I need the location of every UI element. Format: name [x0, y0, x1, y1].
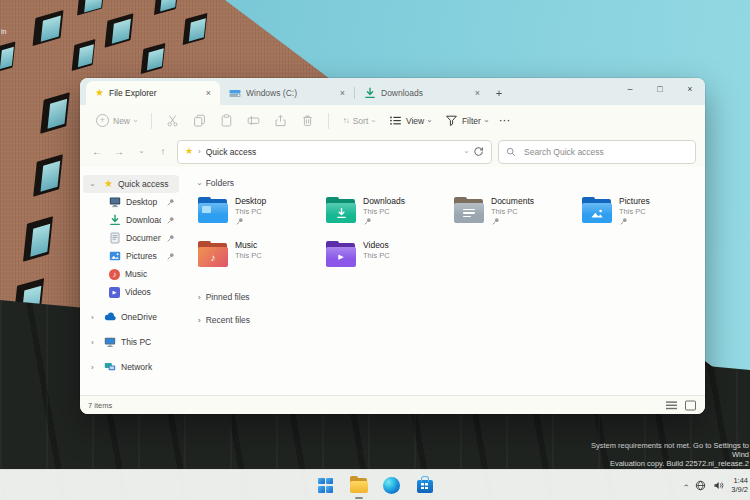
taskbar-clock[interactable]: 1:44 3/9/2 — [731, 476, 748, 494]
sidebar-item-onedrive[interactable]: › OneDrive — [83, 308, 179, 326]
building-window — [0, 41, 15, 72]
new-tab-button[interactable]: + — [489, 83, 509, 103]
view-button[interactable]: View › — [383, 111, 437, 130]
folder-tile-downloads[interactable]: Downloads This PC — [326, 195, 454, 235]
chevron-down-icon: › — [131, 119, 139, 122]
folder-name: Downloads — [363, 196, 405, 206]
network-globe-icon[interactable] — [695, 480, 706, 491]
breadcrumb[interactable]: Quick access — [206, 147, 257, 157]
chevron-right-icon[interactable]: › — [198, 294, 201, 302]
delete-button[interactable] — [295, 111, 320, 130]
up-button[interactable]: ↑ — [155, 146, 171, 157]
chevron-right-icon[interactable]: › — [91, 339, 94, 347]
building-window — [105, 13, 134, 47]
chevron-down-icon[interactable]: › — [195, 182, 203, 185]
recent-locations-icon[interactable]: › — [137, 151, 145, 154]
sidebar-item-downloads[interactable]: Downloads — [83, 211, 179, 229]
building-window — [154, 0, 178, 15]
sidebar-item-label: Desktop — [126, 197, 161, 207]
minimize-button[interactable]: – — [615, 78, 645, 100]
folder-name: Documents — [491, 196, 534, 206]
sort-button[interactable]: ↑↓ Sort › — [337, 113, 381, 129]
tab-label: Windows (C:) — [246, 88, 333, 98]
toolbar-separator — [151, 113, 152, 129]
refresh-icon[interactable] — [473, 146, 484, 157]
rename-button[interactable] — [241, 111, 266, 130]
taskbar-edge[interactable] — [382, 475, 402, 495]
rename-icon — [247, 114, 260, 127]
address-dropdown-icon[interactable]: › — [463, 150, 471, 153]
folder-tile-videos[interactable]: ▶ Videos This PC — [326, 239, 454, 279]
section-folders[interactable]: › Folders — [198, 175, 705, 191]
explorer-body: › ★ Quick access Desktop Downloads Docum… — [80, 167, 705, 395]
music-icon: ♪ — [109, 269, 120, 280]
pin-icon — [235, 217, 244, 226]
star-icon: ★ — [95, 88, 104, 98]
folder-icon — [350, 478, 368, 493]
maximize-button[interactable]: □ — [645, 78, 675, 100]
close-tab-icon[interactable]: × — [473, 88, 482, 98]
forward-button[interactable]: → — [111, 146, 127, 157]
tab-windows-c[interactable]: Windows (C:) × — [220, 81, 354, 105]
search-box[interactable] — [498, 140, 696, 164]
details-view-icon[interactable] — [665, 400, 678, 411]
star-icon: ★ — [104, 179, 113, 189]
paste-button[interactable] — [214, 111, 239, 130]
chevron-right-icon[interactable]: › — [91, 314, 94, 322]
section-recent-files[interactable]: › Recent files — [198, 312, 705, 328]
folder-location: This PC — [363, 251, 390, 260]
evaluation-watermark: System requirements not met. Go to Setti… — [591, 441, 749, 468]
address-bar: ← → › ↑ ★ › Quick access › — [80, 136, 705, 167]
cut-button[interactable] — [160, 111, 185, 130]
sidebar-item-music[interactable]: ♪ Music — [83, 265, 179, 283]
sidebar-item-desktop[interactable]: Desktop — [83, 193, 179, 211]
close-button[interactable]: × — [675, 78, 705, 100]
building-window — [141, 43, 166, 74]
tab-file-explorer[interactable]: ★ File Explorer × — [86, 81, 220, 105]
search-input[interactable] — [522, 146, 688, 158]
sidebar-item-label: Network — [121, 362, 175, 372]
close-tab-icon[interactable]: × — [338, 88, 347, 98]
taskbar-store[interactable] — [415, 475, 435, 495]
network-icon — [104, 361, 116, 373]
chevron-right-icon[interactable]: › — [91, 364, 94, 372]
share-button[interactable] — [268, 111, 293, 130]
copy-button[interactable] — [187, 111, 212, 130]
address-input[interactable]: ★ › Quick access › — [177, 140, 492, 164]
pin-icon — [166, 252, 175, 261]
tab-bar: ★ File Explorer × Windows (C:) × Downloa… — [80, 78, 705, 105]
sidebar-item-documents[interactable]: Documents — [83, 229, 179, 247]
pin-icon — [491, 217, 500, 226]
speaker-icon[interactable] — [713, 480, 724, 491]
section-label: Folders — [206, 178, 234, 188]
copy-icon — [193, 114, 206, 127]
filter-button[interactable]: Filter › — [439, 111, 494, 130]
chevron-down-icon[interactable]: › — [88, 183, 96, 186]
sidebar-item-quick-access[interactable]: › ★ Quick access — [83, 175, 179, 193]
toolbar-separator — [328, 113, 329, 129]
more-options-button[interactable]: ··· — [495, 116, 515, 126]
folder-tile-documents[interactable]: Documents This PC — [454, 195, 582, 235]
chevron-right-icon[interactable]: › — [198, 317, 201, 325]
folder-tile-desktop[interactable]: Desktop This PC — [198, 195, 326, 235]
back-button[interactable]: ← — [89, 146, 105, 157]
sidebar-item-videos[interactable]: ▶ Videos — [83, 283, 179, 301]
section-pinned-files[interactable]: › Pinned files — [198, 289, 705, 305]
taskbar-file-explorer[interactable] — [349, 475, 369, 495]
search-icon — [506, 147, 516, 157]
picture-icon — [109, 250, 121, 262]
drive-icon — [229, 87, 241, 99]
thumbnail-view-icon[interactable] — [684, 400, 697, 411]
new-button[interactable]: + New › — [90, 111, 143, 130]
view-label: View — [406, 116, 424, 126]
sidebar-item-this-pc[interactable]: › This PC — [83, 333, 179, 351]
start-button[interactable] — [316, 475, 336, 495]
tab-downloads[interactable]: Downloads × — [355, 81, 489, 105]
folder-tile-music[interactable]: ♪ Music This PC — [198, 239, 326, 279]
sidebar-item-pictures[interactable]: Pictures — [83, 247, 179, 265]
close-tab-icon[interactable]: × — [204, 88, 213, 98]
sidebar-item-network[interactable]: › Network — [83, 358, 179, 376]
watermark-line: System requirements not met. Go to Setti… — [591, 441, 749, 450]
folder-tile-pictures[interactable]: Pictures This PC — [582, 195, 705, 235]
tray-chevron-up-icon[interactable]: › — [685, 481, 688, 490]
